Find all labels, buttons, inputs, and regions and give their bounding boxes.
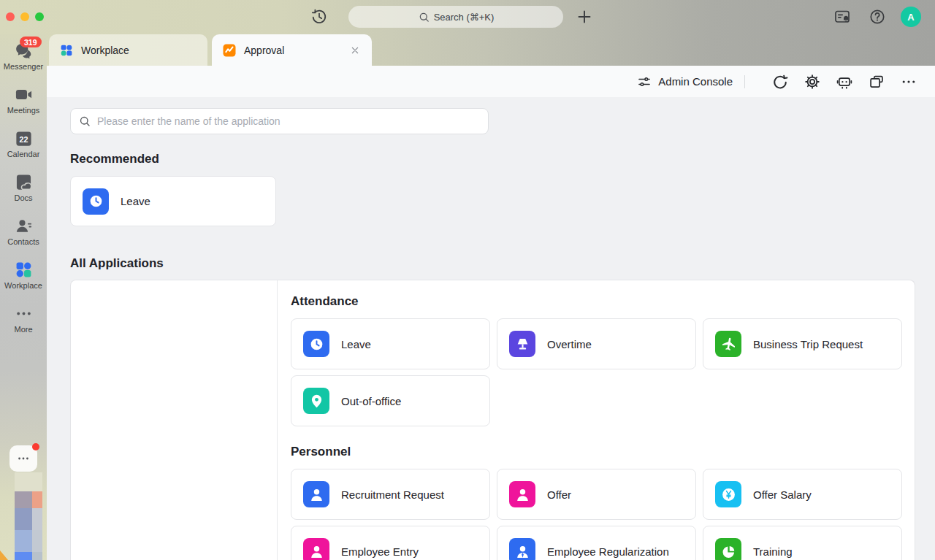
section-title: Personnel: [291, 444, 902, 460]
bot-button[interactable]: [836, 73, 853, 91]
zoom-window-button[interactable]: [35, 12, 44, 21]
sidebar-item-label: Docs: [14, 193, 32, 202]
nav-actions: Admin Console: [637, 73, 917, 91]
application-section: Attendance Leave Overtime: [291, 294, 902, 426]
all-applications-title: All Applications: [70, 256, 915, 272]
app-card[interactable]: Employee Entry: [291, 526, 490, 560]
submit-request-page: Recommended Leave All Applications Atten…: [47, 97, 935, 560]
application-search-input[interactable]: [96, 115, 481, 128]
open-in-window-button[interactable]: [868, 73, 885, 91]
sidebar-item[interactable]: Meetings: [0, 85, 47, 115]
category-item[interactable]: [79, 288, 269, 315]
yen-icon: [715, 481, 741, 507]
sidebar-item[interactable]: More: [0, 304, 47, 334]
sliders-icon: [637, 74, 652, 89]
minimize-window-button[interactable]: [20, 12, 29, 21]
all-applications-panel: Attendance Leave Overtime: [70, 280, 915, 560]
tab-strip: Workplace Approval: [47, 34, 935, 66]
sidebar-item-label: Contacts: [7, 237, 39, 246]
app-card-label: Offer: [547, 488, 571, 501]
app-card[interactable]: Business Trip Request: [703, 318, 902, 369]
recommended-title: Recommended: [70, 151, 915, 167]
app-card-label: Employee Entry: [341, 545, 419, 558]
tab-label: Approval: [244, 45, 284, 56]
app-card[interactable]: Overtime: [497, 318, 696, 369]
app-card[interactable]: Out-of-office: [291, 375, 490, 426]
meetings-icon: [14, 85, 34, 104]
app-card[interactable]: Employee Regularization: [497, 526, 696, 560]
app-card-label: Leave: [341, 338, 371, 350]
pin-icon: [303, 388, 329, 414]
notification-dot: [32, 443, 39, 450]
clock-icon: [303, 331, 329, 357]
plane-icon: [715, 331, 741, 357]
app-card-label: Training: [753, 545, 793, 558]
close-window-button[interactable]: [6, 12, 15, 21]
person-icon: [303, 481, 329, 507]
search-icon: [78, 115, 91, 128]
application-search: [70, 108, 489, 134]
more-options-button[interactable]: [900, 73, 917, 91]
sidebar-item[interactable]: 22 Calendar: [0, 129, 47, 158]
close-tab-icon[interactable]: [348, 44, 362, 57]
app-card[interactable]: Leave: [70, 176, 276, 226]
sidebar-item[interactable]: Docs: [0, 172, 47, 202]
app-card-label: Offer Salary: [753, 488, 812, 501]
app-card-label: Overtime: [547, 338, 592, 350]
unread-badge: 319: [20, 37, 42, 47]
app-card[interactable]: Training: [703, 526, 902, 560]
person-tie-icon: [509, 538, 535, 560]
sidebar-item-label: Calendar: [7, 150, 40, 158]
notifications-panel-button[interactable]: [833, 8, 851, 26]
admin-console-button[interactable]: Admin Console: [637, 74, 733, 89]
sidebar-item[interactable]: Contacts: [0, 216, 47, 246]
tab-approval[interactable]: Approval: [212, 34, 372, 66]
section-title: Attendance: [291, 294, 902, 310]
docs-icon: [14, 172, 34, 192]
global-search-button[interactable]: Search (⌘+K): [348, 6, 563, 28]
divider: [744, 75, 745, 88]
global-search-label: Search (⌘+K): [434, 12, 495, 23]
app-card-label: Out-of-office: [341, 395, 401, 407]
more-apps-button[interactable]: [9, 445, 37, 472]
sidebar-item-label: More: [14, 325, 32, 334]
history-button[interactable]: [310, 8, 328, 26]
tab-workplace[interactable]: Workplace: [49, 34, 207, 66]
application-section: Personnel Recruitment Request Offer: [291, 444, 902, 560]
ellipsis-icon: [16, 451, 31, 466]
app-card[interactable]: Offer: [497, 469, 696, 520]
approval-nav: Admin Console: [47, 66, 935, 97]
contacts-icon: [14, 216, 34, 236]
wallpaper-artifact: [0, 472, 47, 560]
workplace-icon: [14, 260, 34, 280]
admin-console-label: Admin Console: [658, 75, 733, 88]
new-tab-button[interactable]: [576, 8, 593, 26]
app-card[interactable]: Leave: [291, 318, 490, 369]
sidebar-item-label: Meetings: [7, 106, 40, 115]
pie-icon: [715, 538, 741, 560]
app-card[interactable]: Offer Salary: [703, 469, 902, 520]
sidebar-item[interactable]: Messenger 319: [0, 41, 47, 71]
refresh-button[interactable]: [771, 73, 789, 91]
user-avatar[interactable]: A: [901, 7, 921, 27]
lamp-icon: [509, 331, 535, 357]
person-icon: [509, 481, 535, 507]
sidebar-item[interactable]: Workplace: [0, 260, 47, 290]
clock-icon: [83, 188, 109, 215]
app-card[interactable]: Recruitment Request: [291, 469, 490, 520]
app-card-label: Employee Regularization: [547, 545, 669, 558]
category-item[interactable]: [79, 353, 269, 379]
settings-button[interactable]: [804, 73, 821, 91]
more-icon: [14, 304, 34, 323]
approval-icon: [222, 43, 237, 58]
avatar-letter: A: [907, 12, 914, 23]
category-item[interactable]: [79, 417, 269, 443]
category-item[interactable]: [79, 321, 269, 347]
person-icon: [303, 538, 329, 560]
category-item[interactable]: [79, 385, 269, 411]
help-button[interactable]: [869, 8, 886, 26]
sidebar-item-label: Messenger: [4, 62, 43, 71]
app-card-label: Leave: [121, 195, 150, 207]
app-card-label: Business Trip Request: [753, 338, 863, 350]
search-icon: [418, 11, 430, 23]
